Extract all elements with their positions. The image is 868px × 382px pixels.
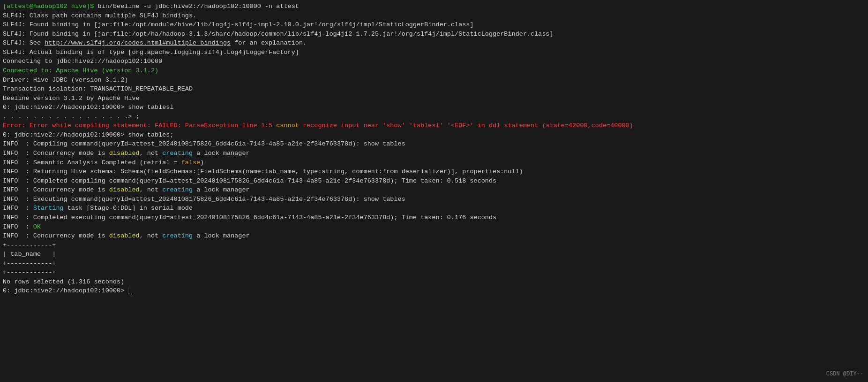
line-24: INFO : Completed executing command(query… [3,213,865,222]
line-32: 0: jdbc:hive2://hadoop102:10000> █ [3,286,865,296]
line-27: +------------+ [3,241,865,250]
line-20: INFO : Completed compiling command(query… [3,176,865,186]
line-21: INFO : Concurrency mode is disabled, not… [3,185,865,195]
line-26: INFO : Concurrency mode is disabled, not… [3,231,865,241]
line-28: | tab_name | [3,250,865,259]
watermark: CSDN @DIY-- [826,370,863,378]
line-9: Driver: Hive JDBC (version 3.1.2) [3,76,865,85]
line-6: SLF4J: Actual binding is of type [org.ap… [3,48,865,57]
line-1: [attest@hadoop102 hive]$ bin/beeline -u … [3,2,865,11]
line-4: SLF4J: Found binding in [jar:file:/opt/h… [3,30,865,39]
line-18: INFO : Semantic Analysis Completed (retr… [3,158,865,168]
line-23: INFO : Starting task [Stage-0:DDL] in se… [3,204,865,213]
line-15: 0: jdbc:hive2://hadoop102:10000> show ta… [3,130,865,140]
line-19: INFO : Returning Hive schema: Schema(fie… [3,167,865,176]
line-11: Beeline version 3.1.2 by Apache Hive [3,94,865,103]
terminal-window: [attest@hadoop102 hive]$ bin/beeline -u … [0,0,868,382]
line-14: Error: Error while compiling statement: … [3,121,865,130]
line-2: SLF4J: Class path contains multiple SLF4… [3,11,865,21]
line-30: +------------+ [3,268,865,277]
line-31: No rows selected (1.316 seconds) [3,277,865,287]
line-25: INFO : OK [3,222,865,232]
line-8: Connected to: Apache Hive (version 3.1.2… [3,66,865,76]
line-12: 0: jdbc:hive2://hadoop102:10000> show ta… [3,103,865,112]
line-13: . . . . . . . . . . . . . . . . .> ; [3,112,865,122]
line-10: Transaction isolation: TRANSACTION_REPEA… [3,84,865,94]
line-5: SLF4J: See http://www.slf4j.org/codes.ht… [3,38,865,48]
line-22: INFO : Executing command(queryId=attest_… [3,195,865,204]
line-3: SLF4J: Found binding in [jar:file:/opt/m… [3,20,865,30]
line-29: +------------+ [3,259,865,268]
line-16: INFO : Compiling command(queryId=attest_… [3,139,865,149]
line-7: Connecting to jdbc:hive2://hadoop102:100… [3,57,865,66]
line-17: INFO : Concurrency mode is disabled, not… [3,149,865,158]
